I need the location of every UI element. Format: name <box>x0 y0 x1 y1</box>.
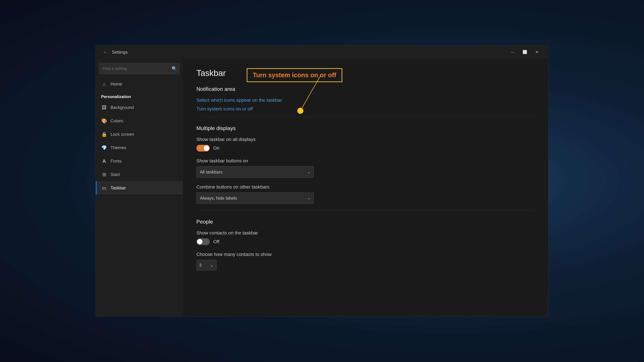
show-all-displays-row: Show taskbar on all displays On <box>196 137 535 151</box>
window-controls: — ⬜ ✕ <box>507 47 543 57</box>
sidebar-item-lock-screen[interactable]: 🔒 Lock screen <box>96 128 183 141</box>
choose-contacts-row: Choose how many contacts to show 3 ⌄ <box>196 252 535 271</box>
sidebar-item-label: Fonts <box>110 159 122 164</box>
search-container: 🔍 <box>99 63 180 74</box>
show-contacts-toggle-row: Off <box>196 238 535 245</box>
combine-buttons-row: Combine buttons on other taskbars Always… <box>196 184 535 204</box>
fonts-icon: A <box>101 158 107 164</box>
sidebar-item-label: Themes <box>110 145 126 150</box>
choose-contacts-label: Choose how many contacts to show <box>196 252 535 257</box>
show-buttons-value: All taskbars <box>200 169 222 175</box>
sidebar-section-title: Personalization <box>96 91 183 101</box>
combine-label: Combine buttons on other taskbars <box>196 184 535 190</box>
show-all-toggle[interactable] <box>196 145 210 151</box>
count-chevron-icon: ⌄ <box>210 263 214 268</box>
start-icon: ⊞ <box>101 171 107 177</box>
window-title: Settings <box>112 50 128 55</box>
svg-line-0 <box>300 76 320 111</box>
turn-system-icons-link[interactable]: Turn system icons on or off <box>196 106 535 112</box>
dropdown-arrow-icon: ⌄ <box>307 170 310 174</box>
content-area: Turn system icons on or off Taskbar Noti… <box>183 59 548 317</box>
colors-icon: 🎨 <box>101 118 107 124</box>
multiple-displays-title: Multiple displays <box>196 125 535 131</box>
sidebar-item-home[interactable]: ⌂ Home <box>96 77 183 91</box>
home-label: Home <box>110 81 122 87</box>
maximize-button[interactable]: ⬜ <box>519 47 531 57</box>
lock-icon: 🔒 <box>101 131 107 137</box>
show-all-toggle-row: On <box>196 145 535 151</box>
minimize-button[interactable]: — <box>507 47 519 57</box>
divider-1 <box>196 117 535 117</box>
sidebar-item-background[interactable]: 🖼 Background <box>96 101 183 114</box>
search-input[interactable] <box>99 63 180 74</box>
toggle-thumb-2 <box>197 239 202 244</box>
dropdown-arrow-icon-2: ⌄ <box>307 196 310 200</box>
contacts-count-select[interactable]: 3 ⌄ <box>196 260 216 271</box>
combine-dropdown[interactable]: Always, hide labels ⌄ <box>196 192 314 204</box>
titlebar: ← Settings — ⬜ ✕ <box>96 45 548 59</box>
sidebar-item-label: Colors <box>110 118 123 123</box>
notification-area-title: Notification area <box>196 86 535 92</box>
sidebar-item-themes[interactable]: 💎 Themes <box>96 141 183 154</box>
settings-window: ← Settings — ⬜ ✕ 🔍 ⌂ Home Personalizatio… <box>96 45 548 317</box>
sidebar-item-colors[interactable]: 🎨 Colors <box>96 114 183 128</box>
combine-value: Always, hide labels <box>200 196 237 201</box>
toggle-thumb <box>204 145 209 151</box>
background-icon: 🖼 <box>101 104 107 110</box>
main-area: 🔍 ⌂ Home Personalization 🖼 Background 🎨 … <box>96 59 548 317</box>
close-button[interactable]: ✕ <box>531 47 543 57</box>
show-contacts-toggle[interactable] <box>196 238 210 245</box>
sidebar-item-taskbar[interactable]: ▭ Taskbar <box>96 181 183 195</box>
show-contacts-row: Show contacts on the taskbar Off <box>196 230 535 245</box>
sidebar: 🔍 ⌂ Home Personalization 🖼 Background 🎨 … <box>96 59 183 317</box>
sidebar-item-fonts[interactable]: A Fonts <box>96 154 183 168</box>
page-title: Taskbar <box>196 68 535 78</box>
select-icons-link[interactable]: Select which icons appear on the taskbar <box>196 97 535 103</box>
show-buttons-dropdown[interactable]: All taskbars ⌄ <box>196 166 314 178</box>
show-all-label: Show taskbar on all displays <box>196 137 535 142</box>
show-contacts-label: Show contacts on the taskbar <box>196 230 535 236</box>
search-icon: 🔍 <box>172 66 177 71</box>
themes-icon: 💎 <box>101 145 107 151</box>
show-buttons-label: Show taskbar buttons on <box>196 158 535 164</box>
show-contacts-toggle-label: Off <box>213 239 219 244</box>
sidebar-item-label: Taskbar <box>110 185 126 191</box>
taskbar-icon: ▭ <box>101 185 107 191</box>
sidebar-item-label: Lock screen <box>110 132 134 137</box>
back-button[interactable]: ← <box>101 48 109 56</box>
sidebar-item-start[interactable]: ⊞ Start <box>96 168 183 181</box>
sidebar-item-label: Background <box>110 105 134 110</box>
people-title: People <box>196 219 535 225</box>
contacts-count-value: 3 <box>199 263 202 268</box>
sidebar-item-label: Start <box>110 172 120 177</box>
home-icon: ⌂ <box>101 81 107 87</box>
show-all-toggle-label: On <box>213 145 219 151</box>
show-buttons-row: Show taskbar buttons on All taskbars ⌄ <box>196 158 535 178</box>
